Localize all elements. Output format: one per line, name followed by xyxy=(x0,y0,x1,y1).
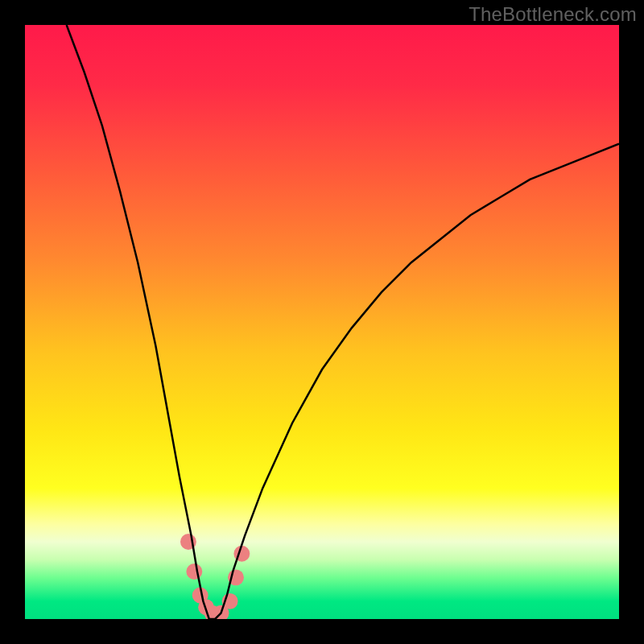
outer-frame: TheBottleneck.com xyxy=(0,0,644,644)
optimal-region-markers xyxy=(180,534,250,619)
plot-area xyxy=(25,25,619,619)
chart-svg xyxy=(25,25,619,619)
marker-point xyxy=(186,564,202,580)
watermark-text: TheBottleneck.com xyxy=(469,3,637,26)
bottleneck-curve xyxy=(67,25,619,619)
